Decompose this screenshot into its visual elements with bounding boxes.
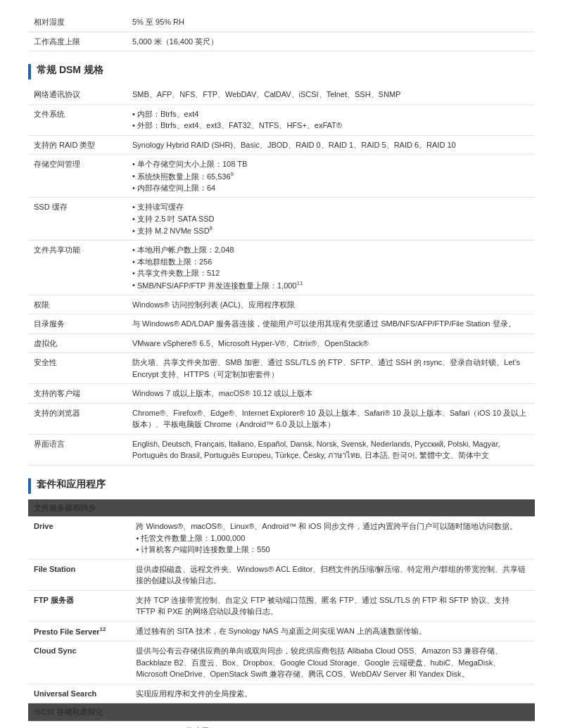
- spec-value: 本地用户帐户数上限：2,048 本地群组数上限：256 共享文件夹数上限：512…: [127, 241, 535, 295]
- spec-value: English, Deutsch, Français, Italiano, Es…: [127, 434, 535, 465]
- app-value: iSCSI Target 数上限：128 iSCSI LUN 数上限：256 支…: [130, 721, 535, 728]
- app-label: Presto File Server12: [28, 621, 130, 641]
- table-row: Presto File Server12 通过独有的 SITA 技术，在 Syn…: [28, 621, 535, 641]
- table-row: FTP 服务器 支持 TCP 连接带宽控制、自定义 FTP 被动端口范围、匿名 …: [28, 590, 535, 621]
- spec-label: 虚拟化: [28, 333, 127, 353]
- spec-value: 内部：Btrfs、ext4 外部：Btrfs、ext4、ext3、FAT32、N…: [127, 104, 535, 135]
- app-label: Cloud Sync: [28, 641, 130, 684]
- app-label: Universal Search: [28, 684, 130, 703]
- table-row: Cloud Sync 提供与公有云存储供应商的单向或双向同步，较此供应商包括 A…: [28, 641, 535, 684]
- table-row: 界面语言 English, Deutsch, Français, Italian…: [28, 434, 535, 465]
- spec-label: 存储空间管理: [28, 155, 127, 198]
- app-label: iSCSI Manager: [28, 721, 130, 728]
- packages-title: 套件和应用程序: [28, 478, 535, 494]
- general-dsm-title: 常规 DSM 规格: [28, 64, 535, 79]
- table-row: 权限 Windows® 访问控制列表 (ACL)、应用程序权限: [28, 295, 535, 314]
- spec-label: 支持的 RAID 类型: [28, 135, 127, 155]
- table-row: 虚拟化 VMware vSphere® 6.5、Microsoft Hyper-…: [28, 333, 535, 353]
- table-row: 目录服务 与 Windows® AD/LDAP 服务器连接，使能用户可以使用其现…: [28, 314, 535, 334]
- spec-label: 文件系统: [28, 104, 127, 135]
- table-row: 文件共享功能 本地用户帐户数上限：2,048 本地群组数上限：256 共享文件夹…: [28, 241, 535, 295]
- table-row: File Station 提供虚拟磁盘、远程文件夹、Windows® ACL E…: [28, 559, 535, 590]
- app-value: 提供与公有云存储供应商的单向或双向同步，较此供应商包括 Alibaba Clou…: [130, 641, 535, 684]
- app-value: 实现应用程序和文件的全局搜索。: [130, 684, 535, 703]
- spec-label: 安全性: [28, 353, 127, 384]
- app-label: FTP 服务器: [28, 590, 130, 621]
- app-label: File Station: [28, 559, 130, 590]
- spec-value: Windows 7 或以上版本、macOS® 10.12 或以上版本: [127, 384, 535, 404]
- spec-label: 支持的浏览器: [28, 403, 127, 434]
- general-dsm-table: 网络通讯协议 SMB、AFP、NFS、FTP、WebDAV、CalDAV、iSC…: [28, 85, 535, 466]
- spec-label: 权限: [28, 295, 127, 314]
- spec-value: Chrome®、Firefox®、Edge®、Internet Explorer…: [127, 403, 535, 434]
- spec-label: 文件共享功能: [28, 241, 127, 295]
- table-row: 工作高度上限 5,000 米（16,400 英尺）: [28, 32, 535, 51]
- spec-value: 单个存储空间大小上限：108 TB 系统快照数量上限：65,5369 内部存储空…: [127, 155, 535, 198]
- table-row: SSD 缓存 支持读写缓存 支持 2.5 吋 SATA SSD 支持 M.2 N…: [28, 198, 535, 241]
- spec-value: 与 Windows® AD/LDAP 服务器连接，使能用户可以使用其现有凭据通过…: [127, 314, 535, 334]
- table-row: Drive 跨 Windows®、macOS®、Linux®、Android™ …: [28, 517, 535, 560]
- app-value: 提供虚拟磁盘、远程文件夹、Windows® ACL Editor、归档文件的压缩…: [130, 559, 535, 590]
- subsection-header: iSCSI 存储和虚拟化: [28, 703, 535, 722]
- spec-label: 界面语言: [28, 434, 127, 465]
- app-value: 通过独有的 SITA 技术，在 Synology NAS 与桌面之间实现 WAN…: [130, 621, 535, 641]
- table-row: Universal Search 实现应用程序和文件的全局搜索。: [28, 684, 535, 703]
- spec-value: Synology Hybrid RAID (SHR)、Basic、JBOD、RA…: [127, 135, 535, 155]
- table-row: 支持的 RAID 类型 Synology Hybrid RAID (SHR)、B…: [28, 135, 535, 155]
- app-value: 支持 TCP 连接带宽控制、自定义 FTP 被动端口范围、匿名 FTP、通过 S…: [130, 590, 535, 621]
- spec-label: 网络通讯协议: [28, 85, 127, 104]
- subsection-iscsi: iSCSI 存储和虚拟化: [28, 703, 535, 722]
- spec-value: 5,000 米（16,400 英尺）: [127, 32, 535, 51]
- table-row: 网络通讯协议 SMB、AFP、NFS、FTP、WebDAV、CalDAV、iSC…: [28, 85, 535, 104]
- table-row: 文件系统 内部：Btrfs、ext4 外部：Btrfs、ext4、ext3、FA…: [28, 104, 535, 135]
- packages-table: 文件服务器和同步 Drive 跨 Windows®、macOS®、Linux®、…: [28, 499, 535, 728]
- spec-label: 工作高度上限: [28, 32, 127, 51]
- table-row: 安全性 防火墙、共享文件夹加密、SMB 加密、通过 SSL/TLS 的 FTP、…: [28, 353, 535, 384]
- table-row: iSCSI Manager iSCSI Target 数上限：128 iSCSI…: [28, 721, 535, 728]
- spec-value: 防火墙、共享文件夹加密、SMB 加密、通过 SSL/TLS 的 FTP、SFTP…: [127, 353, 535, 384]
- table-row: 相对湿度 5% 至 95% RH: [28, 13, 535, 32]
- table-row: 存储空间管理 单个存储空间大小上限：108 TB 系统快照数量上限：65,536…: [28, 155, 535, 198]
- subsection-file-server: 文件服务器和同步: [28, 499, 535, 517]
- table-row: 支持的浏览器 Chrome®、Firefox®、Edge®、Internet E…: [28, 403, 535, 434]
- spec-label: 相对湿度: [28, 13, 127, 32]
- spec-value: VMware vSphere® 6.5、Microsoft Hyper-V®、C…: [127, 333, 535, 353]
- spec-value: 5% 至 95% RH: [127, 13, 535, 32]
- page-wrapper: 相对湿度 5% 至 95% RH 工作高度上限 5,000 米（16,400 英…: [28, 13, 535, 728]
- app-label: Drive: [28, 517, 130, 560]
- spec-value: SMB、AFP、NFS、FTP、WebDAV、CalDAV、iSCSI、Teln…: [127, 85, 535, 104]
- spec-value: 支持读写缓存 支持 2.5 吋 SATA SSD 支持 M.2 NVMe SSD…: [127, 198, 535, 241]
- table-row: 支持的客户端 Windows 7 或以上版本、macOS® 10.12 或以上版…: [28, 384, 535, 404]
- spec-value: Windows® 访问控制列表 (ACL)、应用程序权限: [127, 295, 535, 314]
- spec-label: SSD 缓存: [28, 198, 127, 241]
- top-spec-table: 相对湿度 5% 至 95% RH 工作高度上限 5,000 米（16,400 英…: [28, 13, 535, 51]
- spec-label: 目录服务: [28, 314, 127, 334]
- subsection-header: 文件服务器和同步: [28, 499, 535, 517]
- app-value: 跨 Windows®、macOS®、Linux®、Android™ 和 iOS …: [130, 517, 535, 560]
- spec-label: 支持的客户端: [28, 384, 127, 404]
